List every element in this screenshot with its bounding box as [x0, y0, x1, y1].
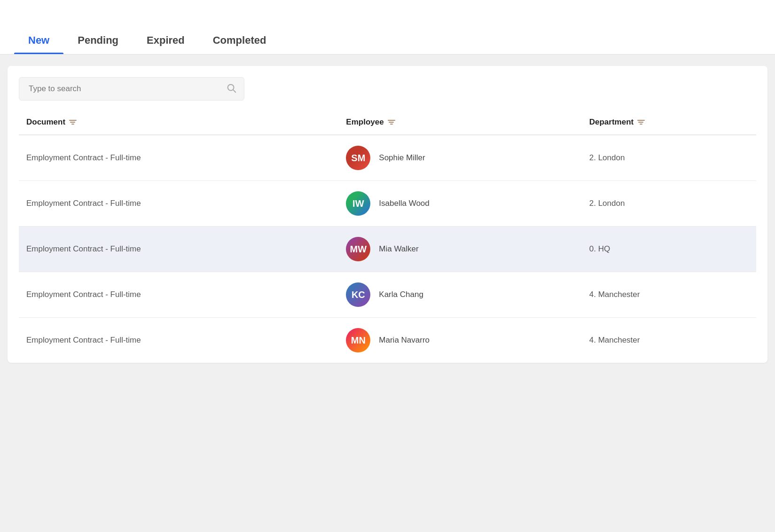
search-input[interactable]: [19, 78, 244, 100]
employee-filter-icon[interactable]: [388, 120, 395, 125]
content-area: Document Employee: [0, 55, 775, 374]
avatar: MN: [346, 328, 370, 352]
main-card: Document Employee: [8, 66, 767, 363]
cell-employee: KCKarla Chang: [338, 272, 581, 318]
cell-employee: MWMia Walker: [338, 227, 581, 272]
cell-department: 4. Manchester: [582, 318, 756, 363]
col-department: Department: [582, 112, 756, 135]
cell-document: Employment Contract - Full-time: [19, 272, 338, 318]
col-document: Document: [19, 112, 338, 135]
search-input-wrapper[interactable]: [19, 77, 244, 101]
cell-employee: SMSophie Miller: [338, 135, 581, 181]
department-filter-icon[interactable]: [637, 120, 645, 125]
employee-name: Isabella Wood: [379, 199, 429, 208]
table-row[interactable]: Employment Contract - Full-timeSMSophie …: [19, 135, 756, 181]
avatar: MW: [346, 237, 370, 261]
cell-department: 2. London: [582, 135, 756, 181]
cell-employee: MNMaria Navarro: [338, 318, 581, 363]
tab-new[interactable]: New: [14, 27, 63, 54]
search-container: [19, 77, 756, 101]
cell-department: 4. Manchester: [582, 272, 756, 318]
tab-expired[interactable]: Expired: [133, 27, 199, 54]
avatar: SM: [346, 146, 370, 170]
table-row[interactable]: Employment Contract - Full-timeKCKarla C…: [19, 272, 756, 318]
employee-name: Sophie Miller: [379, 153, 425, 163]
employee-name: Karla Chang: [379, 290, 423, 299]
col-employee: Employee: [338, 112, 581, 135]
svg-line-1: [233, 90, 235, 92]
tab-completed[interactable]: Completed: [199, 27, 281, 54]
tab-pending[interactable]: Pending: [63, 27, 133, 54]
documents-table: Document Employee: [19, 112, 756, 363]
cell-employee: IWIsabella Wood: [338, 181, 581, 227]
cell-document: Employment Contract - Full-time: [19, 227, 338, 272]
tabs-bar: NewPendingExpiredCompleted: [0, 0, 775, 55]
table-header-row: Document Employee: [19, 112, 756, 135]
search-icon: [226, 83, 236, 95]
employee-name: Maria Navarro: [379, 336, 430, 345]
document-filter-icon[interactable]: [69, 120, 77, 125]
avatar: KC: [346, 282, 370, 307]
cell-document: Employment Contract - Full-time: [19, 135, 338, 181]
cell-document: Employment Contract - Full-time: [19, 318, 338, 363]
cell-department: 2. London: [582, 181, 756, 227]
table-row[interactable]: Employment Contract - Full-timeIWIsabell…: [19, 181, 756, 227]
table-row[interactable]: Employment Contract - Full-timeMWMia Wal…: [19, 227, 756, 272]
avatar: IW: [346, 191, 370, 216]
table-row[interactable]: Employment Contract - Full-timeMNMaria N…: [19, 318, 756, 363]
cell-department: 0. HQ: [582, 227, 756, 272]
cell-document: Employment Contract - Full-time: [19, 181, 338, 227]
employee-name: Mia Walker: [379, 244, 418, 254]
